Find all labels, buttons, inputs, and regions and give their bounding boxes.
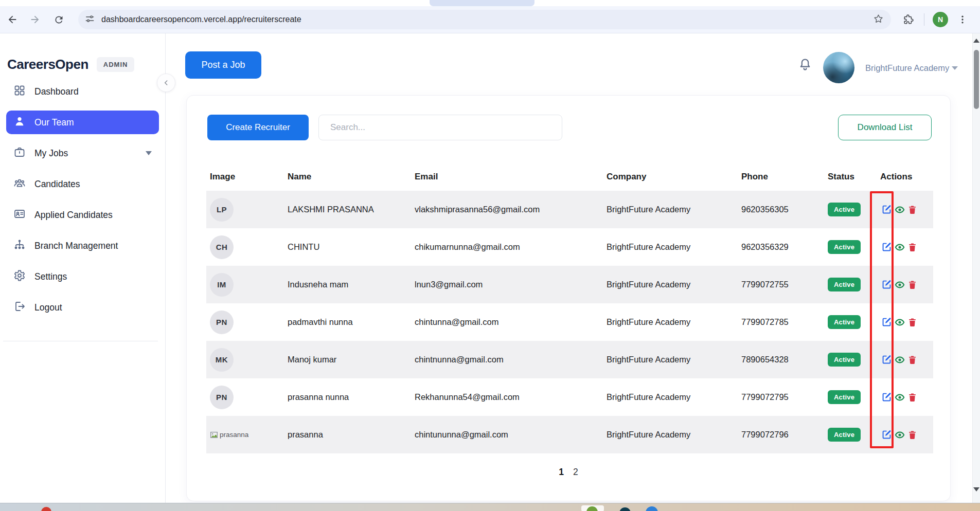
sidebar-item-applied-candidates[interactable]: Applied Candidates xyxy=(6,203,159,227)
pagination-page-2[interactable]: 2 xyxy=(573,467,578,478)
sidebar-divider xyxy=(3,341,158,341)
edit-icon[interactable] xyxy=(881,242,892,252)
cell-actions xyxy=(877,279,933,290)
post-a-job-button[interactable]: Post a Job xyxy=(185,51,261,79)
delete-icon[interactable] xyxy=(907,280,917,289)
cell-image: PN xyxy=(206,311,284,334)
sidebar-item-settings[interactable]: Settings xyxy=(6,265,159,288)
sidebar-item-candidates[interactable]: Candidates xyxy=(6,172,159,196)
view-icon[interactable] xyxy=(895,430,905,440)
avatar-initials: PN xyxy=(210,311,234,334)
cell-image: PN xyxy=(206,386,284,409)
tab-gap xyxy=(430,0,534,6)
page-scrollbar[interactable] xyxy=(972,33,980,503)
search-input[interactable] xyxy=(318,115,562,140)
cell-actions xyxy=(877,354,933,365)
avatar-initials: MK xyxy=(210,348,234,372)
status-badge: Active xyxy=(828,353,861,367)
sidebar-item-logout[interactable]: Logout xyxy=(6,296,159,319)
cell-image: CH xyxy=(206,235,284,259)
view-icon[interactable] xyxy=(895,355,905,365)
taskbar-app-icon[interactable] xyxy=(619,507,631,511)
taskbar-app-icon[interactable] xyxy=(41,507,51,511)
view-icon[interactable] xyxy=(895,317,905,327)
sidebar-collapse-button[interactable] xyxy=(157,74,175,92)
cell-image: prasanna xyxy=(206,431,284,439)
forward-icon[interactable] xyxy=(29,13,41,26)
recruiter-name: prasanna nunna xyxy=(284,392,411,402)
column-header-company: Company xyxy=(603,172,738,182)
cell-status: Active xyxy=(824,353,877,367)
recruiter-phone: 7799072785 xyxy=(738,317,824,327)
sidebar-item-dashboard[interactable]: Dashboard xyxy=(6,80,159,103)
dashboard-icon xyxy=(13,84,26,99)
pagination: 1 2 xyxy=(187,467,950,478)
recruiter-company: BrightFuture Academy xyxy=(603,317,738,327)
sidebar-item-our-team[interactable]: Our Team xyxy=(6,111,159,134)
account-name[interactable]: BrightFuture Academy xyxy=(865,63,949,73)
briefcase-icon xyxy=(13,146,26,161)
browser-menu-icon[interactable] xyxy=(956,13,969,26)
edit-icon[interactable] xyxy=(881,317,892,327)
back-icon[interactable] xyxy=(6,13,19,26)
cell-image: LP xyxy=(206,198,284,222)
cell-status: Active xyxy=(824,240,877,254)
recruiter-company: BrightFuture Academy xyxy=(603,242,738,252)
account-avatar[interactable] xyxy=(823,52,854,83)
sidebar: CareersOpen ADMIN DashboardOur TeamMy Jo… xyxy=(0,33,166,503)
recruiter-email: chintunna@gmail.com xyxy=(411,317,603,327)
recruiter-company: BrightFuture Academy xyxy=(603,430,738,440)
edit-icon[interactable] xyxy=(881,392,892,403)
bookmark-star-icon[interactable] xyxy=(873,13,884,26)
sidebar-item-my-jobs[interactable]: My Jobs xyxy=(6,141,159,165)
url-text[interactable]: dashboardcareersopencom.vercel.app/recru… xyxy=(101,15,873,24)
recruiter-phone: 7890654328 xyxy=(738,355,824,364)
url-bar[interactable]: dashboardcareersopencom.vercel.app/recru… xyxy=(78,10,891,29)
account-dropdown-caret-icon[interactable] xyxy=(952,66,958,70)
table-row: PN padmavthi nunna chintunna@gmail.com B… xyxy=(206,303,933,341)
delete-icon[interactable] xyxy=(907,430,917,440)
team-icon xyxy=(13,115,26,130)
view-icon[interactable] xyxy=(895,205,905,215)
browser-toolbar: dashboardcareersopencom.vercel.app/recru… xyxy=(0,6,980,33)
recruiter-company: BrightFuture Academy xyxy=(603,280,738,289)
extensions-icon[interactable] xyxy=(902,13,915,26)
recruiter-company: BrightFuture Academy xyxy=(603,355,738,364)
site-info-icon[interactable] xyxy=(85,14,94,25)
broken-image-icon: prasanna xyxy=(210,431,284,439)
status-badge: Active xyxy=(828,428,861,442)
sidebar-item-branch-management[interactable]: Branch Management xyxy=(6,234,159,258)
view-icon[interactable] xyxy=(895,280,905,290)
view-icon[interactable] xyxy=(895,392,905,403)
scrollbar-up-arrow-icon[interactable] xyxy=(973,39,979,43)
pagination-page-1[interactable]: 1 xyxy=(559,467,564,478)
view-icon[interactable] xyxy=(895,242,905,252)
edit-icon[interactable] xyxy=(881,204,892,215)
recruiter-name: LAKSHMI PRASANNA xyxy=(284,205,411,214)
delete-icon[interactable] xyxy=(907,355,917,364)
reload-icon[interactable] xyxy=(52,13,65,26)
delete-icon[interactable] xyxy=(907,392,917,402)
notification-bell-icon[interactable] xyxy=(798,57,812,74)
recruiter-email: chikumarnunna@gmail.com xyxy=(411,242,603,252)
create-recruiter-button[interactable]: Create Recruiter xyxy=(207,115,309,140)
edit-icon[interactable] xyxy=(881,279,892,290)
scrollbar-down-arrow-icon[interactable] xyxy=(973,487,979,491)
edit-icon[interactable] xyxy=(881,429,892,440)
browser-profile-avatar[interactable]: N xyxy=(933,12,948,27)
taskbar-app-icon[interactable] xyxy=(646,506,658,511)
caret-down-icon xyxy=(146,151,152,155)
status-badge: Active xyxy=(828,278,861,291)
scrollbar-thumb[interactable] xyxy=(974,50,979,109)
delete-icon[interactable] xyxy=(907,317,917,327)
app-logo: CareersOpen xyxy=(7,57,88,72)
delete-icon[interactable] xyxy=(907,242,917,252)
edit-icon[interactable] xyxy=(881,354,892,365)
column-header-phone: Phone xyxy=(738,172,824,182)
download-list-button[interactable]: Download List xyxy=(838,115,932,140)
recruiter-email: Rekhanunna54@gmail.com xyxy=(411,392,603,402)
cell-actions xyxy=(877,204,933,215)
column-header-status: Status xyxy=(824,172,877,182)
cell-actions xyxy=(877,429,933,440)
delete-icon[interactable] xyxy=(907,205,917,214)
